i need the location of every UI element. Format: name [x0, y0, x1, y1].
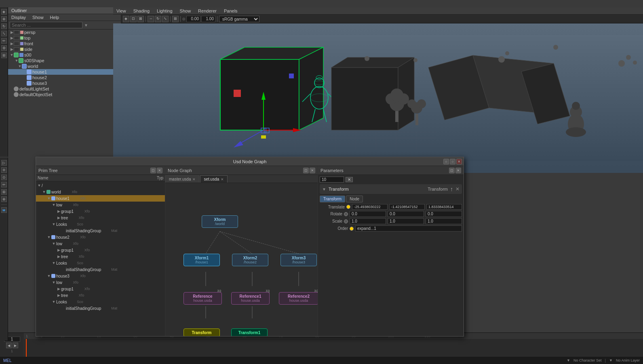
pt-row-root[interactable]: ▼ /	[36, 182, 165, 189]
pt-row-low3[interactable]: ▼ low Xfo	[36, 279, 165, 286]
rotate-y-input[interactable]	[388, 211, 424, 217]
up-arrow-icon[interactable]: ↑	[450, 186, 453, 192]
close-button[interactable]: ✕	[456, 159, 462, 164]
pt-row-low1[interactable]: ▼ low Xfo	[36, 202, 165, 208]
scale-tool-icon[interactable]: ⤡	[1, 31, 7, 36]
close-params-icon[interactable]: ✕	[455, 186, 460, 192]
collapse-icon[interactable]: ▼	[322, 187, 326, 191]
tree-item-top[interactable]: ▶ top	[8, 35, 121, 41]
tab-close-icon[interactable]: ✕	[192, 177, 196, 181]
params-clear-button[interactable]: ✕	[346, 177, 353, 182]
scale-btn[interactable]: ⤡	[162, 16, 169, 22]
vp-menu-renderer[interactable]: Renderer	[196, 8, 218, 13]
tool-select-icon[interactable]: ▷	[1, 160, 7, 166]
prim-tree-close-btn[interactable]: ✕	[157, 168, 162, 173]
node-reference2[interactable]: Reference1 house.usda	[231, 292, 270, 305]
tool-arrow-icon[interactable]: ⊕	[1, 196, 7, 202]
params-close-btn[interactable]: ✕	[455, 168, 461, 173]
paint-btn[interactable]: ⊠	[137, 16, 144, 22]
order-value-input[interactable]	[355, 225, 462, 231]
timeline-track-body[interactable]	[24, 339, 643, 357]
pt-row-low2[interactable]: ▼ low Xfo	[36, 240, 165, 247]
order-dot[interactable]	[350, 227, 354, 231]
viewport-value2[interactable]	[201, 16, 215, 22]
3d-viewport[interactable]	[113, 23, 643, 173]
color-space-select[interactable]: sRGB gamma	[219, 16, 259, 22]
move-tool-icon[interactable]: ⊕	[1, 16, 7, 22]
translate-y-input[interactable]	[389, 204, 425, 210]
rotate-z-input[interactable]	[426, 211, 462, 217]
tree-item-side[interactable]: ▶ side	[8, 46, 121, 52]
pt-row-world[interactable]: ▼ world Xfo	[36, 189, 165, 195]
search-input[interactable]	[10, 22, 82, 28]
tool-brush-icon[interactable]: ✏	[1, 182, 7, 187]
grid-btn[interactable]: ⊞	[172, 16, 179, 22]
prim-tree-float-btn[interactable]: ⊡	[150, 168, 156, 173]
tree-item-house3[interactable]: house3	[8, 80, 121, 86]
pt-row-looks2[interactable]: ▼ Looks Sco	[36, 260, 165, 266]
rotate-dot[interactable]	[344, 212, 348, 216]
node-transform-yellow[interactable]: Transform	[183, 328, 220, 336]
pt-row-group1-1[interactable]: ▶ group1 Xfo	[36, 208, 165, 215]
paint-tool-icon[interactable]: ✏	[1, 38, 7, 44]
tree-item-s00shape[interactable]: ▼ s00Shape	[8, 58, 121, 63]
node-graph-close-btn[interactable]: ✕	[310, 168, 315, 173]
tree-item-house1[interactable]: house1	[8, 69, 121, 75]
params-float-btn[interactable]: ⊡	[449, 168, 455, 173]
tab-set-usda[interactable]: set.usda ✕	[200, 175, 228, 183]
tab-node[interactable]: Node	[346, 196, 363, 202]
scale-z-input[interactable]	[426, 218, 462, 224]
maximize-button[interactable]: ○	[450, 159, 455, 164]
translate-dot[interactable]	[346, 205, 350, 209]
tool-m-icon[interactable]: M	[1, 207, 7, 213]
rotate-x-input[interactable]	[350, 211, 386, 217]
grid-icon[interactable]: ⊞	[1, 53, 7, 58]
play-fwd-btn[interactable]: ▶	[13, 343, 18, 348]
scale-y-input[interactable]	[388, 218, 424, 224]
node-reference3[interactable]: Reference2 house.usda	[279, 292, 318, 305]
tool-lasso-icon[interactable]: ⊙	[1, 175, 7, 180]
tree-item-persp[interactable]: ▶ persp	[8, 29, 121, 35]
tree-item-s00[interactable]: ▼ s00	[8, 52, 121, 58]
pt-row-looks1[interactable]: ▼ Looks Sco	[36, 221, 165, 227]
node-graph-float-btn[interactable]: ⊡	[303, 168, 309, 173]
pt-row-tree2[interactable]: ▶ tree Xfo	[36, 253, 165, 260]
pt-row-house1[interactable]: ▼ house1 Xfo	[36, 195, 165, 202]
rotate-tool-icon[interactable]: ↻	[1, 23, 7, 29]
node-graph-canvas[interactable]: Xform /world Xform1 /house1 Xform2 /hous…	[165, 183, 318, 336]
node-xform2[interactable]: Xform2 /house2	[232, 254, 268, 266]
move-btn[interactable]: ↔	[148, 16, 154, 22]
pt-row-tree3[interactable]: ▶ tree Xfo	[36, 292, 165, 299]
lasso-btn[interactable]: ⊡	[130, 16, 137, 22]
outliner-menu-show[interactable]: Show	[31, 15, 45, 20]
tree-item-front[interactable]: ▶ front	[8, 41, 121, 46]
viewport-value1[interactable]	[186, 16, 200, 22]
tree-item-default-light-set[interactable]: defaultLightSet	[8, 86, 121, 92]
node-xform3[interactable]: Xform3 /house3	[280, 254, 317, 266]
vp-menu-show[interactable]: Show	[178, 8, 193, 13]
node-reference1[interactable]: Reference house.usda	[183, 292, 222, 305]
play-back-btn[interactable]: ◀	[6, 343, 12, 348]
tree-item-world[interactable]: ▼ world	[8, 63, 121, 69]
vp-menu-view[interactable]: View	[115, 8, 128, 13]
pt-row-group1-2[interactable]: ▶ group1 Xfo	[36, 247, 165, 253]
select-tool-icon[interactable]: ◈	[1, 9, 7, 15]
pt-row-house3[interactable]: ▼ house3 Xfo	[36, 273, 165, 279]
tool-grid-icon[interactable]: ⊞	[1, 189, 7, 195]
tab-close-icon[interactable]: ✕	[221, 177, 224, 181]
outliner-menu-help[interactable]: Help	[48, 15, 61, 20]
node-xform-world[interactable]: Xform /world	[202, 215, 238, 228]
pt-row-shading1[interactable]: initialShadingGroup Mat	[36, 227, 165, 234]
minimize-button[interactable]: ○	[443, 159, 449, 164]
pt-row-house2[interactable]: ▼ house2 Xfo	[36, 234, 165, 240]
search-dropdown-icon[interactable]: ▼	[84, 23, 88, 27]
outliner-menu-display[interactable]: Display	[10, 15, 27, 20]
pt-row-tree1[interactable]: ▶ tree Xfo	[36, 215, 165, 221]
pt-row-looks3[interactable]: ▼ Looks Sco	[36, 299, 165, 305]
scale-dot[interactable]	[344, 219, 348, 223]
translate-z-input[interactable]	[426, 204, 462, 210]
settings-icon[interactable]: ⚙	[1, 45, 7, 51]
tree-item-default-object-set[interactable]: defaultObjectSet	[8, 92, 121, 97]
params-search-input[interactable]	[320, 177, 344, 183]
node-xform1[interactable]: Xform1 /house1	[183, 254, 220, 266]
